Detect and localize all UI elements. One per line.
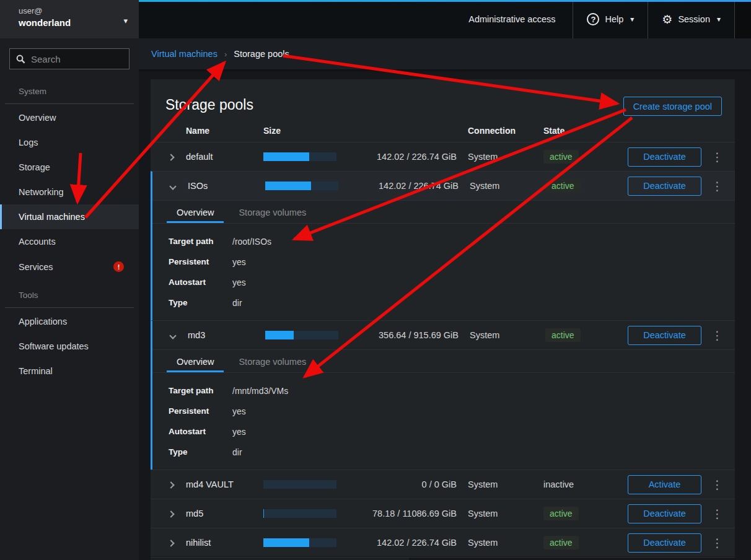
user-name: user@	[19, 6, 129, 15]
host-name: wonderland	[19, 17, 129, 28]
size-cell: 142.02 / 226.74 GiB	[263, 152, 468, 162]
column-header-state: State	[543, 126, 621, 136]
masthead-end	[735, 0, 751, 38]
pool-name: ISOs	[188, 181, 265, 191]
sidebar-item-label: Storage	[19, 162, 50, 172]
expand-cell	[152, 180, 188, 191]
usage-bar	[263, 480, 336, 489]
sidebar-item-applications[interactable]: Applications	[0, 309, 139, 334]
chevron-down-icon[interactable]	[169, 332, 176, 339]
masthead: Administrative access ? Help ▾ ⚙ Session…	[139, 0, 751, 38]
chevron-right-icon[interactable]	[167, 154, 174, 160]
usage-bar-fill	[265, 331, 294, 339]
sidebar-item-terminal[interactable]: Terminal	[0, 359, 139, 383]
chevron-right-icon[interactable]	[167, 481, 174, 488]
kebab-menu-icon[interactable]: ⋮	[709, 328, 725, 343]
deactivate-button[interactable]: Deactivate	[628, 326, 701, 345]
breadcrumb-virtual-machines-link[interactable]: Virtual machines	[151, 49, 217, 59]
create-storage-pool-button[interactable]: Create storage pool	[623, 97, 722, 116]
state-cell: inactive	[543, 479, 621, 489]
target-path-value: /mnt/md3/VMs	[232, 386, 288, 396]
status-badge: active	[545, 179, 581, 193]
tab-storage-volumes[interactable]: Storage volumes	[229, 203, 316, 223]
tab-storage-volumes[interactable]: Storage volumes	[229, 352, 316, 372]
search-input[interactable]	[31, 54, 123, 64]
usage-bar-fill	[263, 152, 309, 161]
type-value: dir	[232, 298, 242, 308]
header-actions-spacer	[621, 126, 735, 136]
table-row: default 142.02 / 226.74 GiB System activ…	[151, 142, 735, 171]
kebab-menu-icon[interactable]: ⋮	[709, 478, 725, 492]
column-header-name: Name	[186, 126, 263, 136]
deactivate-button[interactable]: Deactivate	[628, 533, 701, 553]
expand-cell	[152, 330, 188, 341]
activate-button[interactable]: Activate	[628, 475, 701, 494]
sidebar-item-accounts[interactable]: Accounts	[0, 229, 139, 254]
pool-details: Target path /mnt/md3/VMs Persistent yes …	[152, 372, 735, 470]
pool-details: Target path /root/ISOs Persistent yes Au…	[152, 223, 735, 320]
sidebar-item-virtual-machines[interactable]: Virtual machines	[0, 204, 139, 229]
size-cell: 142.02 / 226.74 GiB	[263, 538, 468, 548]
detail-row: Persistent yes	[169, 252, 735, 272]
tab-overview[interactable]: Overview	[167, 203, 224, 223]
state-cell: active	[545, 179, 623, 193]
column-header-size: Size	[263, 126, 468, 136]
sidebar-item-services[interactable]: Services !	[0, 254, 139, 279]
autostart-label: Autostart	[169, 427, 232, 436]
connection-cell: System	[468, 509, 543, 518]
kebab-menu-icon[interactable]: ⋮	[709, 179, 725, 193]
kebab-menu-icon[interactable]: ⋮	[709, 507, 725, 521]
size-text: 142.02 / 226.74 GiB	[338, 181, 470, 191]
sidebar-item-label: Virtual machines	[19, 212, 85, 222]
size-cell: 78.18 / 11086.69 GiB	[263, 509, 468, 518]
status-badge: active	[545, 328, 581, 342]
deactivate-button[interactable]: Deactivate	[628, 504, 701, 523]
target-path-label: Target path	[169, 237, 232, 246]
tab-overview[interactable]: Overview	[167, 352, 224, 372]
size-text: 0 / 0 GiB	[336, 479, 468, 489]
kebab-menu-icon[interactable]: ⋮	[709, 536, 725, 550]
sidebar-item-label: Software updates	[19, 341, 89, 351]
usage-bar	[263, 152, 336, 161]
deactivate-button[interactable]: Deactivate	[628, 177, 701, 196]
chevron-down-icon: ▾	[123, 16, 128, 25]
status-badge: active	[543, 150, 579, 164]
type-value: dir	[232, 447, 242, 457]
connection-cell: System	[468, 479, 543, 489]
nav-divider	[5, 103, 134, 104]
user-menu[interactable]: user@ wonderland ▾	[0, 0, 139, 38]
breadcrumb-current: Storage pools	[234, 49, 289, 59]
actions-cell: Deactivate ⋮	[621, 504, 735, 523]
sidebar-item-label: Overview	[19, 113, 56, 123]
sidebar-item-software-updates[interactable]: Software updates	[0, 334, 139, 359]
kebab-menu-icon[interactable]: ⋮	[709, 150, 725, 164]
sidebar-item-overview[interactable]: Overview	[0, 105, 139, 130]
sidebar-item-storage[interactable]: Storage	[0, 155, 139, 180]
help-label: Help	[605, 14, 623, 24]
autostart-label: Autostart	[169, 278, 232, 287]
administrative-access-button[interactable]: Administrative access	[451, 0, 573, 38]
chevron-down-icon[interactable]	[169, 183, 176, 190]
chevron-right-icon[interactable]	[167, 540, 174, 546]
search-box[interactable]	[9, 48, 130, 69]
chevron-right-icon[interactable]	[167, 510, 174, 517]
help-menu[interactable]: ? Help ▾	[573, 0, 648, 38]
deactivate-button[interactable]: Deactivate	[628, 147, 701, 167]
detail-row: Target path /root/ISOs	[169, 231, 735, 252]
expand-cell	[151, 151, 186, 162]
usage-bar-fill	[263, 509, 264, 518]
expanded-pool-isos: ISOs 142.02 / 226.74 GiB System active D…	[151, 171, 735, 320]
connection-cell: System	[470, 181, 545, 191]
actions-cell: Deactivate ⋮	[621, 533, 735, 553]
usage-bar-fill	[263, 538, 309, 547]
size-text: 142.02 / 226.74 GiB	[336, 152, 468, 162]
search-icon	[16, 55, 25, 64]
sidebar-item-logs[interactable]: Logs	[0, 130, 139, 155]
header-spacer	[151, 126, 186, 136]
session-menu[interactable]: ⚙ Session ▾	[648, 0, 734, 38]
sidebar-item-networking[interactable]: Networking	[0, 180, 139, 204]
alert-badge: !	[113, 261, 124, 272]
help-icon: ?	[587, 13, 599, 25]
state-cell: active	[543, 536, 621, 549]
administrative-access-label: Administrative access	[468, 14, 555, 24]
